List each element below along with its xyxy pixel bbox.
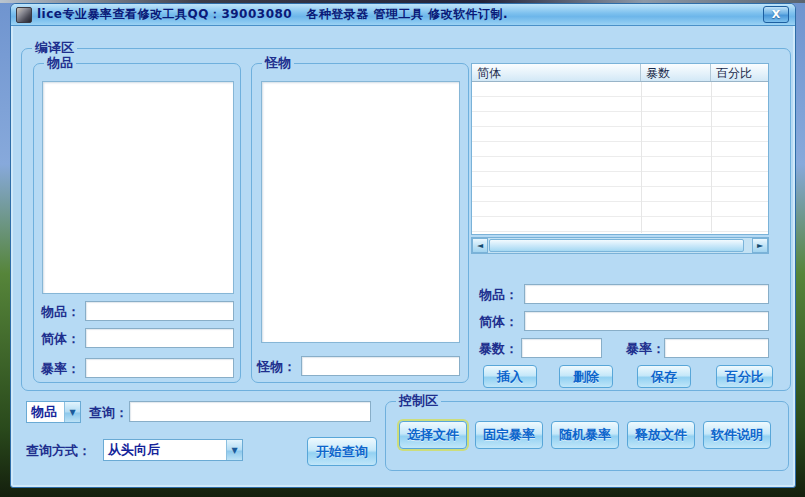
monster-field-input[interactable] (301, 356, 460, 376)
release-file-button[interactable]: 释放文件 (627, 421, 695, 449)
query-input[interactable] (129, 401, 371, 422)
random-rate-button[interactable]: 随机暴率 (551, 421, 619, 449)
item-simplified-label: 简体： (41, 331, 80, 347)
query-label: 查询： (89, 405, 128, 421)
search-target-combo[interactable]: 物品 ▼ (26, 401, 81, 423)
chevron-down-icon: ▼ (69, 408, 75, 417)
column-header-simplified[interactable]: 简体 (472, 64, 641, 81)
query-mode-label: 查询方式： (26, 443, 91, 459)
item-field-label: 物品： (41, 304, 80, 320)
insert-button[interactable]: 插入 (483, 365, 537, 388)
delete-button[interactable]: 删除 (559, 365, 613, 388)
editor-item-input[interactable] (524, 284, 769, 304)
result-table[interactable]: 简体 暴数 百分比 (471, 63, 769, 235)
app-icon (16, 7, 32, 23)
save-button[interactable]: 保存 (637, 365, 691, 388)
result-table-body[interactable] (472, 82, 768, 233)
column-header-percent[interactable]: 百分比 (711, 64, 768, 81)
column-header-count[interactable]: 暴数 (641, 64, 711, 81)
start-query-button[interactable]: 开始查询 (307, 437, 377, 466)
item-rate-label: 暴率： (41, 361, 80, 377)
editor-simplified-input[interactable] (524, 311, 769, 331)
editor-rate-label: 暴率： (626, 341, 665, 357)
scrollbar-thumb[interactable] (489, 239, 744, 252)
item-simplified-input[interactable] (85, 328, 234, 348)
search-target-dropdown-button[interactable]: ▼ (64, 402, 80, 422)
query-mode-dropdown-button[interactable]: ▼ (226, 440, 242, 460)
monster-field-label: 怪物： (257, 359, 296, 375)
scroll-right-icon: ► (757, 241, 763, 250)
item-rate-input[interactable] (85, 358, 234, 378)
item-panel-label: 物品 (44, 56, 76, 70)
chevron-down-icon: ▼ (231, 446, 237, 455)
percent-button[interactable]: 百分比 (716, 365, 773, 388)
column-divider (711, 82, 712, 233)
monster-listbox[interactable] (261, 81, 460, 343)
titlebar[interactable]: lice专业暴率查看修改工具QQ：39003080 各种登录器 管理工具 修改软… (11, 4, 795, 26)
table-horizontal-scrollbar[interactable]: ◄ ► (471, 237, 769, 254)
fixed-rate-button[interactable]: 固定暴率 (475, 421, 543, 449)
editor-rate-input[interactable] (664, 338, 769, 358)
item-field-input[interactable] (85, 301, 234, 321)
editor-count-input[interactable] (521, 338, 602, 358)
close-icon: X (772, 8, 780, 21)
window-title: lice专业暴率查看修改工具QQ：39003080 各种登录器 管理工具 修改软… (37, 6, 795, 23)
query-mode-value: 从头向后 (104, 441, 226, 459)
result-table-header[interactable]: 简体 暴数 百分比 (472, 64, 768, 82)
scroll-right-button[interactable]: ► (752, 238, 768, 253)
editor-count-label: 暴数： (479, 341, 518, 357)
scroll-left-button[interactable]: ◄ (472, 238, 488, 253)
software-info-button[interactable]: 软件说明 (703, 421, 771, 449)
control-area-label: 控制区 (396, 394, 441, 408)
query-mode-combo[interactable]: 从头向后 ▼ (103, 439, 243, 461)
monster-panel-label: 怪物 (262, 56, 294, 70)
compile-area-label: 编译区 (32, 41, 77, 55)
client-area: 编译区 物品 物品： 简体： 暴率： 怪物 怪物： 简体 暴数 百分比 (11, 26, 795, 488)
select-file-button[interactable]: 选择文件 (399, 421, 467, 449)
close-button[interactable]: X (763, 6, 789, 23)
column-divider (641, 82, 642, 233)
scroll-left-icon: ◄ (477, 241, 483, 250)
app-window: lice专业暴率查看修改工具QQ：39003080 各种登录器 管理工具 修改软… (10, 3, 796, 488)
editor-item-label: 物品： (479, 287, 518, 303)
search-target-value: 物品 (27, 403, 64, 421)
item-listbox[interactable] (42, 81, 234, 294)
editor-simplified-label: 简体： (479, 314, 518, 330)
